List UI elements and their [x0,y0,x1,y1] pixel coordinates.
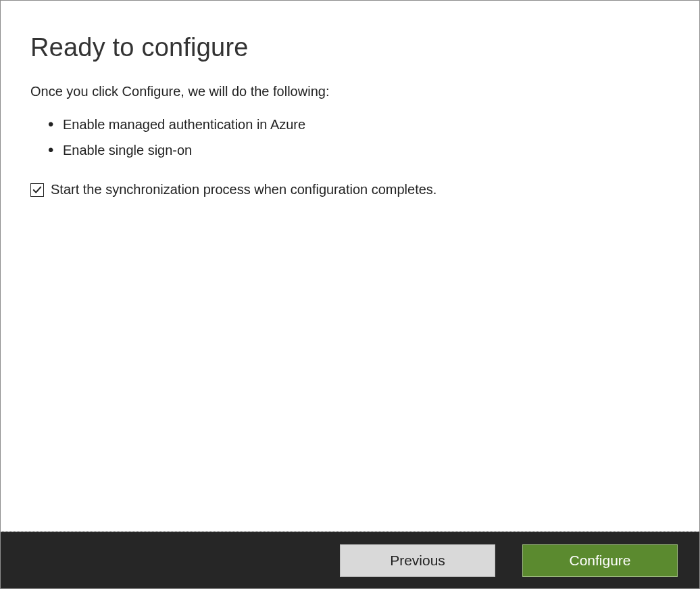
list-item: Enable managed authentication in Azure [63,112,670,137]
main-content: Ready to configure Once you click Config… [1,1,699,532]
start-sync-checkbox-row: Start the synchronization process when c… [30,182,670,197]
previous-button[interactable]: Previous [340,544,495,577]
start-sync-checkbox[interactable] [30,183,44,197]
wizard-footer: Previous Configure [1,532,699,588]
checkmark-icon [32,185,42,195]
action-list: Enable managed authentication in Azure E… [30,112,670,163]
intro-text: Once you click Configure, we will do the… [30,84,670,99]
page-title: Ready to configure [30,33,670,62]
configure-button[interactable]: Configure [522,544,678,577]
start-sync-label: Start the synchronization process when c… [51,182,436,197]
list-item: Enable single sign-on [63,137,670,163]
